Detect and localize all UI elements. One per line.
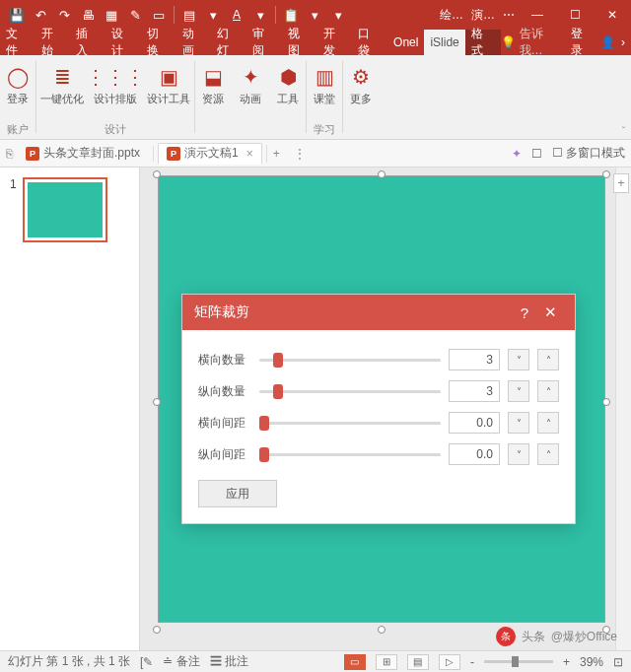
step-up-button[interactable]: ˄ bbox=[537, 412, 559, 434]
eyedropper-icon[interactable]: ✎ bbox=[124, 4, 146, 26]
tool-button[interactable]: ⬢工具 bbox=[274, 61, 302, 104]
tab-animation[interactable]: 动画 bbox=[176, 30, 212, 55]
row-value[interactable]: 0.0 bbox=[449, 412, 500, 434]
resize-handle-sw[interactable] bbox=[153, 626, 161, 634]
step-down-button[interactable]: ˅ bbox=[508, 443, 529, 465]
dropdown-icon[interactable]: ▾ bbox=[304, 4, 325, 26]
matrix-crop-dialog: 矩阵裁剪 ? ✕ 横向数量3˅˄纵向数量3˅˄横向间距0.0˅˄纵向间距0.0˅… bbox=[181, 294, 576, 524]
magic-icon[interactable]: ✦ bbox=[512, 147, 522, 161]
row-slider[interactable] bbox=[259, 453, 441, 456]
tab-review[interactable]: 审阅 bbox=[246, 30, 282, 55]
tab-view[interactable]: 视图 bbox=[282, 30, 317, 55]
help-icon[interactable]: ? bbox=[512, 304, 537, 321]
notes-button[interactable]: ≐ 备注 bbox=[163, 653, 199, 670]
close-button[interactable]: ✕ bbox=[597, 0, 627, 30]
zoom-slider[interactable] bbox=[484, 660, 553, 663]
slide-thumbnail-1[interactable] bbox=[23, 177, 107, 242]
view-sorter-button[interactable]: ⊞ bbox=[376, 654, 397, 670]
doc-tab-1[interactable]: P 头条文章封面.pptx bbox=[17, 143, 149, 165]
tab-slideshow[interactable]: 幻灯 bbox=[211, 30, 246, 55]
zoom-out-button[interactable]: - bbox=[470, 655, 474, 669]
pin-icon[interactable]: ☐ bbox=[531, 147, 542, 161]
undo-icon[interactable]: ↶ bbox=[30, 4, 51, 26]
layout-button[interactable]: ⋮⋮⋮设计排版 bbox=[94, 61, 137, 104]
zoom-fit-button[interactable]: + bbox=[613, 173, 629, 193]
redo-icon[interactable]: ↷ bbox=[53, 4, 75, 26]
tab-file[interactable]: 文件 bbox=[0, 30, 35, 55]
tab-format[interactable]: 格式 bbox=[465, 30, 501, 55]
row-slider[interactable] bbox=[259, 359, 441, 362]
class-button[interactable]: ▥课堂 bbox=[311, 61, 338, 104]
docmenu-icon[interactable]: ⎘ bbox=[6, 147, 13, 161]
selected-shape[interactable]: 矩阵裁剪 ? ✕ 横向数量3˅˄纵向数量3˅˄横向间距0.0˅˄纵向间距0.0˅… bbox=[158, 175, 605, 629]
new-tab-button[interactable]: + bbox=[266, 145, 286, 163]
step-down-button[interactable]: ˅ bbox=[508, 380, 529, 402]
resize-handle-e[interactable] bbox=[602, 398, 610, 406]
step-up-button[interactable]: ˄ bbox=[537, 349, 559, 370]
tab-transition[interactable]: 切换 bbox=[141, 30, 176, 55]
resize-handle-ne[interactable] bbox=[602, 170, 610, 178]
spellcheck-icon[interactable]: [✎ bbox=[140, 655, 153, 669]
overflow-icon[interactable]: ⋯ bbox=[503, 8, 515, 22]
dropdown2-icon[interactable]: ▾ bbox=[327, 4, 349, 26]
view-reading-button[interactable]: ▤ bbox=[407, 654, 429, 670]
step-up-button[interactable]: ˄ bbox=[537, 380, 559, 402]
watermark: 条 头条 @爆炒Office bbox=[496, 627, 617, 646]
resize-handle-n[interactable] bbox=[378, 170, 386, 178]
chevron-icon[interactable]: › bbox=[621, 35, 625, 49]
anim-button[interactable]: ✦动画 bbox=[237, 61, 264, 104]
paint-icon[interactable]: ▾ bbox=[202, 4, 224, 26]
dialog-header[interactable]: 矩阵裁剪 ? ✕ bbox=[182, 295, 575, 330]
view-normal-button[interactable]: ▭ bbox=[344, 654, 366, 670]
user-icon[interactable]: 👤 bbox=[600, 35, 615, 49]
resize-handle-nw[interactable] bbox=[153, 170, 161, 178]
resize-handle-s[interactable] bbox=[378, 626, 386, 634]
tell-me[interactable]: 💡 告诉我… bbox=[501, 26, 566, 59]
doc-tab-2[interactable]: P 演示文稿1 × bbox=[158, 143, 262, 165]
row-value[interactable]: 3 bbox=[449, 380, 500, 402]
doc-tab-1-label: 头条文章封面.pptx bbox=[43, 145, 140, 162]
close-dialog-icon[interactable]: ✕ bbox=[537, 303, 563, 321]
font-color-icon[interactable]: A bbox=[226, 4, 247, 26]
paste-icon[interactable]: 📋 bbox=[280, 4, 302, 26]
save-icon[interactable]: 💾 bbox=[6, 4, 28, 26]
tab-islide[interactable]: iSlide bbox=[424, 30, 464, 55]
row-value[interactable]: 3 bbox=[449, 349, 500, 370]
more-button[interactable]: ⚙更多 bbox=[347, 61, 375, 104]
view-slideshow-button[interactable]: ▷ bbox=[439, 654, 460, 670]
close-tab-icon[interactable]: × bbox=[246, 147, 253, 161]
new-icon[interactable]: ▤ bbox=[178, 4, 200, 26]
resource-button[interactable]: ⬓资源 bbox=[199, 61, 227, 104]
tab-home[interactable]: 开始 bbox=[35, 30, 71, 55]
multi-window[interactable]: ☐ 多窗口模式 bbox=[552, 145, 625, 162]
collapse-ribbon-icon[interactable]: ˇ bbox=[622, 126, 625, 137]
tab-insert[interactable]: 插入 bbox=[70, 30, 105, 55]
preview-icon[interactable]: ▭ bbox=[148, 4, 170, 26]
tab-onekey[interactable]: Onel bbox=[387, 30, 424, 55]
step-down-button[interactable]: ˅ bbox=[508, 349, 529, 370]
vertical-scrollbar[interactable] bbox=[615, 168, 631, 650]
login-button[interactable]: ◯登录 bbox=[4, 61, 32, 104]
apply-button[interactable]: 应用 bbox=[198, 480, 277, 507]
row-slider[interactable] bbox=[259, 422, 441, 425]
design-tool-button[interactable]: ▣设计工具 bbox=[147, 61, 190, 104]
tab-list-button[interactable]: ⋮ bbox=[290, 145, 310, 163]
more-icon[interactable]: ▾ bbox=[249, 4, 271, 26]
row-value[interactable]: 0.0 bbox=[449, 443, 500, 465]
tab-dev[interactable]: 开发 bbox=[317, 30, 353, 55]
resize-handle-w[interactable] bbox=[153, 398, 161, 406]
grid-icon: ⋮⋮⋮ bbox=[102, 63, 129, 91]
optimize-button[interactable]: ≣一键优化 bbox=[40, 61, 84, 104]
tab-design[interactable]: 设计 bbox=[105, 30, 141, 55]
row-slider[interactable] bbox=[259, 390, 441, 393]
zoom-in-button[interactable]: + bbox=[563, 655, 570, 669]
comments-button[interactable]: ☰ 批注 bbox=[210, 653, 248, 670]
print-icon[interactable]: 🖶 bbox=[77, 4, 99, 26]
step-down-button[interactable]: ˅ bbox=[508, 412, 529, 434]
login-link[interactable]: 登录 bbox=[571, 26, 595, 59]
step-up-button[interactable]: ˄ bbox=[537, 443, 559, 465]
zoom-level[interactable]: 39% bbox=[580, 655, 603, 669]
tab-pocket[interactable]: 口袋 bbox=[352, 30, 387, 55]
fit-button[interactable]: ⊡ bbox=[613, 655, 623, 669]
grid-icon[interactable]: ▦ bbox=[101, 4, 122, 26]
